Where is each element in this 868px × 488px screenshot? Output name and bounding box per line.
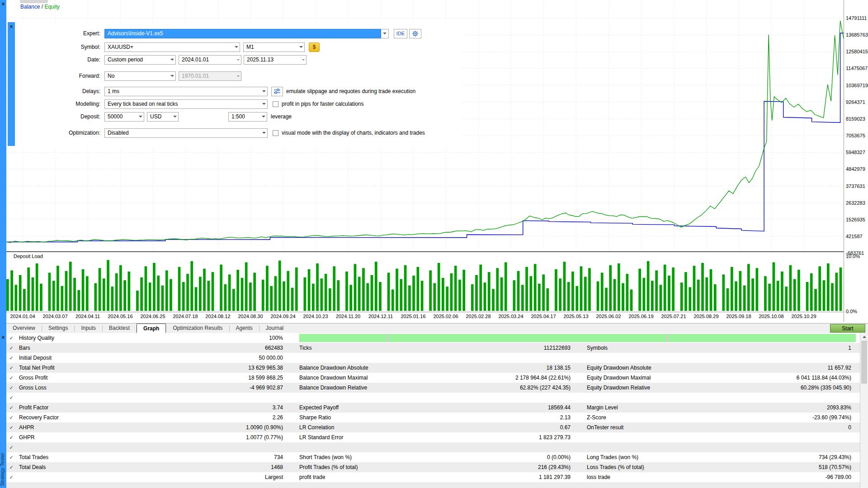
profit-in-pips-checkbox[interactable] — [273, 101, 278, 107]
x-axis-date: 2024.01.04 — [6, 314, 39, 319]
stat-label: Bars — [16, 345, 188, 351]
check-icon: ✓ — [6, 385, 16, 391]
modelling-row: Modelling: Every tick based on real tick… — [15, 99, 363, 109]
tab-graph[interactable]: Graph — [137, 324, 166, 333]
stats-row[interactable]: ✓Largestprofit trade1 181 297.39loss tra… — [6, 472, 860, 482]
partial-row — [6, 482, 860, 488]
stats-row[interactable]: ✓GHPR1.0077 (0.77%)LR Standard Error1 82… — [6, 432, 860, 442]
optimization-select[interactable]: Disabled — [104, 128, 268, 138]
stat-value: 18569.44 — [453, 404, 571, 411]
leverage-value: 1:500 — [231, 113, 245, 120]
symbol-info-button[interactable]: $ — [309, 42, 320, 52]
strategy-tester-rail: × × Strategy Tester — [0, 0, 6, 488]
y-axis-label: 421587 — [846, 234, 863, 239]
x-axis-date: 2025.01.16 — [397, 314, 429, 319]
ide-button[interactable]: IDE — [394, 29, 407, 38]
scrollbar-thumb[interactable] — [861, 341, 867, 384]
stat-value: 1 — [713, 345, 851, 351]
date-from-value: 2024.01.01 — [182, 56, 209, 63]
tab-inputs[interactable]: Inputs — [75, 324, 102, 333]
tab-optimization-results[interactable]: Optimization Results — [166, 324, 229, 333]
tab-journal[interactable]: Journal — [259, 324, 290, 333]
start-button[interactable]: Start — [830, 324, 865, 333]
x-axis-date: 2025.06.19 — [625, 314, 657, 319]
stats-rows-container: ✓History Quality100%✓Bars662483Ticks1121… — [6, 333, 860, 488]
stats-row[interactable]: ✓Initial Deposit50 000.00 — [6, 353, 860, 363]
stat-label: Total Deals — [16, 464, 188, 470]
visual-mode-checkbox[interactable] — [273, 130, 278, 136]
x-axis-date: 2025.03.24 — [495, 314, 527, 319]
stats-row[interactable]: ✓ — [6, 442, 860, 452]
date-from-field[interactable]: 2024.01.01 — [179, 55, 241, 65]
spinner-icon — [237, 75, 240, 77]
stats-row[interactable]: ✓Total Net Profit13 629 965.38Balance Dr… — [6, 363, 860, 373]
modelling-label: Modelling: — [15, 101, 104, 107]
results-close-icon[interactable]: × — [0, 334, 6, 341]
stat-value: 0.67 — [453, 424, 571, 431]
x-axis-date: 2024.05.16 — [104, 314, 137, 319]
stats-row[interactable]: ✓Bars662483Ticks112122693Symbols1 — [6, 343, 860, 353]
tab-overview[interactable]: Overview — [6, 324, 42, 333]
deposit-load-chart[interactable] — [6, 252, 844, 312]
dollar-icon: $ — [313, 44, 316, 50]
leverage-select[interactable]: 1:500 — [228, 112, 267, 122]
deposit-currency-select[interactable]: USD — [147, 112, 179, 122]
date-to-field[interactable]: 2025.11.13 — [244, 55, 307, 65]
legend-separator: / — [40, 4, 44, 10]
slippage-settings-button[interactable] — [271, 87, 283, 96]
tester-tabs-bar: OverviewSettingsInputsBacktestGraphOptim… — [6, 323, 868, 334]
symbol-select[interactable]: XAUUSD+ — [104, 42, 240, 52]
stats-row[interactable]: ✓Total Deals1468Profit Trades (% of tota… — [6, 462, 860, 472]
stat-value: 216 (29.43%) — [453, 464, 571, 470]
stat-value: 734 (29.43%) — [713, 454, 851, 460]
stat-label: Balance Drawdown Absolute — [283, 365, 453, 371]
modelling-select[interactable]: Every tick based on real ticks — [104, 99, 268, 109]
close-icon[interactable]: × — [0, 1, 6, 8]
stats-row[interactable]: ✓Recovery Factor2.26Sharpe Ratio2.13Z-Sc… — [6, 413, 860, 422]
stat-label: LR Standard Error — [283, 434, 453, 441]
stat-value: -23.60 (99.74%) — [713, 414, 851, 421]
stat-label: Loss Trades (% of total) — [571, 464, 713, 470]
x-axis-date: 2025.08.29 — [690, 314, 722, 319]
stats-row[interactable]: ✓Gross Loss-4 969 902.87Balance Drawdown… — [6, 383, 860, 393]
stats-row[interactable]: ✓Profit Factor3.74Expected Payoff18569.4… — [6, 403, 860, 413]
chevron-up-icon — [863, 336, 866, 338]
expert-dropdown-button[interactable] — [381, 29, 389, 38]
date-mode-select[interactable]: Custom period — [104, 55, 176, 65]
y-axis-label: 12580415 — [846, 49, 868, 54]
legend-balance: Balance — [20, 4, 40, 10]
strategy-tester-window: Balance / Equity Deposit Load 10.0% 0.0%… — [0, 0, 868, 488]
scroll-up-button[interactable] — [860, 333, 868, 340]
y-axis-label: 11475067 — [846, 66, 868, 71]
expert-properties-button[interactable] — [409, 29, 421, 38]
stats-row[interactable]: ✓Gross Profit18 599 868.25Balance Drawdo… — [6, 373, 860, 383]
stats-row[interactable]: ✓AHPR1.0090 (0.90%)LR Correlation0.67OnT… — [6, 422, 860, 432]
stat-value: 2093.83% — [713, 404, 851, 411]
stat-value: 60.28% (335 045.90) — [713, 385, 851, 391]
symbol-value: XAUUSD+ — [108, 44, 133, 50]
tab-settings[interactable]: Settings — [42, 324, 74, 333]
date-mode-value: Custom period — [108, 56, 143, 63]
stats-row[interactable]: ✓Total Trades734Short Trades (won %)0 (0… — [6, 452, 860, 462]
tab-backtest[interactable]: Backtest — [103, 324, 136, 333]
x-axis-date: 2024.12.11 — [364, 314, 397, 319]
delays-select[interactable]: 1 ms — [104, 87, 268, 96]
strategy-tester-label: Strategy Tester — [0, 453, 7, 486]
settings-close-icon[interactable]: × — [8, 23, 15, 30]
check-icon: ✓ — [6, 474, 16, 480]
stats-row[interactable]: ✓ — [6, 393, 860, 403]
symbol-label: Symbol: — [15, 44, 104, 50]
period-select[interactable]: M1 — [243, 42, 305, 52]
deposit-amount-select[interactable]: 50000 — [104, 112, 144, 122]
forward-label: Forward: — [15, 73, 104, 79]
x-axis-date: 2025.04.17 — [527, 314, 560, 319]
tab-agents[interactable]: Agents — [230, 324, 259, 333]
vertical-scrollbar[interactable] — [860, 333, 868, 488]
check-icon: ✓ — [6, 365, 16, 371]
forward-date-value: 1970.01.01 — [182, 73, 209, 79]
expert-value: Advisors\Inside-V1.ex5 — [108, 30, 163, 37]
expert-input[interactable]: Advisors\Inside-V1.ex5 — [104, 29, 381, 38]
stat-value: 1 181 297.39 — [453, 474, 571, 480]
forward-mode-select[interactable]: No — [104, 71, 176, 81]
stats-row[interactable]: ✓History Quality100% — [6, 333, 860, 343]
